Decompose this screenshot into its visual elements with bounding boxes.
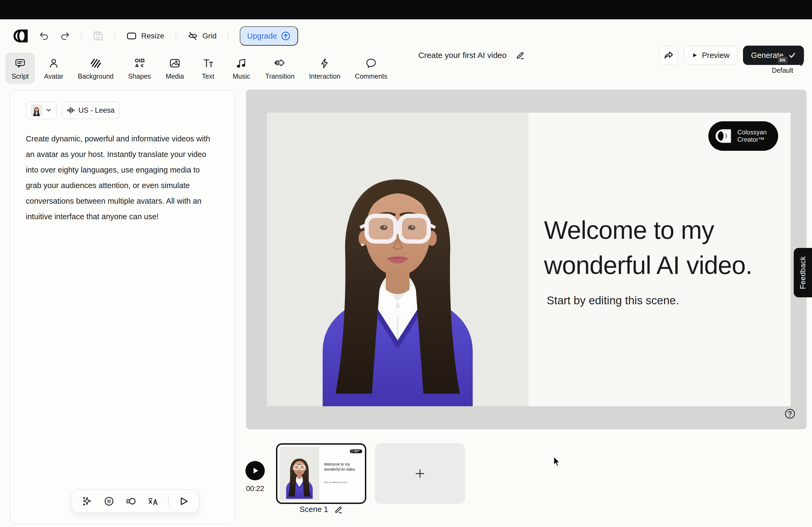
edit-scene-name-button[interactable] [334, 505, 343, 514]
tab-label: Music [233, 73, 250, 80]
tab-label: Background [78, 73, 114, 80]
redo-button[interactable] [58, 29, 73, 43]
scene-avatar[interactable] [267, 113, 528, 406]
play-outline-icon [178, 496, 189, 507]
voice-waveform-icon [67, 106, 76, 115]
tab-label: Transition [265, 73, 294, 80]
app-window: Resize Grid Upgrade [0, 0, 812, 527]
tab-music[interactable]: Music [227, 52, 256, 84]
scene-content: Colossyan Creator™ Welcome to my wonderf… [528, 113, 791, 406]
script-tools-pill [71, 490, 199, 513]
undo-button[interactable] [37, 29, 51, 43]
mouse-cursor [553, 456, 561, 467]
script-icon [14, 57, 26, 69]
text-icon [202, 57, 214, 69]
tab-comments[interactable]: Comments [350, 52, 393, 84]
save-icon [92, 30, 104, 42]
speed-icon [126, 496, 136, 507]
divider [81, 31, 82, 41]
tab-background[interactable]: Background [73, 52, 119, 84]
language-selector[interactable]: EN Default [772, 55, 805, 74]
save-button[interactable] [90, 28, 106, 44]
divider [176, 31, 176, 41]
play-script-button[interactable] [177, 494, 191, 508]
script-panel: US - Leesa Create dynamic, powerful and … [10, 90, 235, 524]
translate-button[interactable] [146, 494, 160, 508]
resize-label: Resize [141, 32, 164, 40]
thumbnail-avatar [279, 447, 319, 500]
tab-text[interactable]: Text [193, 52, 223, 84]
tab-interaction[interactable]: Interaction [304, 52, 346, 84]
tab-transition[interactable]: Transition [260, 52, 300, 84]
speed-button[interactable] [124, 494, 138, 508]
plus-icon [414, 467, 426, 480]
divider [228, 31, 229, 41]
colossyan-mark-icon [714, 128, 733, 144]
scene-frame[interactable]: Colossyan Creator™ Welcome to my wonderf… [267, 113, 791, 406]
avatar-select-chip[interactable] [26, 102, 57, 119]
tab-label: Avatar [44, 73, 63, 80]
tab-label: Script [12, 73, 29, 80]
pause-icon [104, 496, 114, 507]
help-icon [784, 408, 796, 420]
thumbnail-subtext: Start by editing this scene. [324, 481, 364, 483]
upgrade-label: Upgrade [247, 32, 277, 41]
play-icon [251, 467, 259, 475]
undo-icon [38, 30, 49, 42]
language-name: Default [772, 66, 793, 74]
pause-marker-button[interactable] [102, 494, 116, 508]
timeline-play-button[interactable] [245, 461, 265, 480]
thumbnail-brand-logo [350, 450, 362, 453]
video-duration: 00:22 [237, 485, 273, 493]
voice-name: US - Leesa [78, 106, 115, 115]
tab-label: Shapes [128, 73, 151, 80]
toolbar: Resize Grid Upgrade [0, 19, 812, 52]
brand-watermark: Colossyan Creator™ [708, 121, 778, 151]
interaction-icon [319, 57, 331, 69]
edit-pencil-icon [334, 505, 343, 514]
upgrade-icon [281, 31, 291, 41]
thumbnail-headline: Welcome to my wonderful AI video. [324, 462, 364, 472]
grid-toggle-button[interactable]: Grid [185, 31, 219, 41]
tab-label: Comments [355, 73, 388, 80]
feedback-label: Feedback [799, 256, 807, 289]
chevron-down-icon [45, 107, 52, 114]
background-icon [90, 57, 102, 69]
resize-icon [126, 31, 137, 41]
resize-button[interactable]: Resize [124, 31, 167, 41]
svg-text:EN: EN [780, 58, 785, 62]
system-top-bar [0, 0, 812, 19]
feedback-tab[interactable]: Feedback [794, 248, 812, 297]
tab-label: Media [166, 73, 184, 80]
scene-headline[interactable]: Welcome to my wonderful AI video. [544, 212, 752, 283]
tab-label: Interaction [309, 73, 340, 80]
scene-subtext[interactable]: Start by editing this scene. [547, 294, 679, 307]
tab-label: Text [202, 73, 214, 80]
brand-name: Colossyan Creator™ [737, 129, 767, 143]
thumbnail-content: Welcome to my wonderful AI video. Start … [323, 447, 363, 500]
voice-select-chip[interactable]: US - Leesa [62, 102, 119, 119]
tab-script[interactable]: Script [5, 52, 35, 84]
tab-media[interactable]: Media [160, 52, 190, 84]
avatar-thumbnail [31, 104, 42, 116]
ai-assist-button[interactable] [80, 494, 94, 508]
chevron-down-icon [797, 61, 805, 69]
tab-avatar[interactable]: Avatar [39, 52, 69, 84]
music-icon [235, 57, 247, 69]
help-button[interactable] [782, 406, 798, 421]
comments-icon [365, 57, 377, 69]
media-icon [169, 57, 181, 69]
add-scene-button[interactable] [375, 443, 465, 504]
translate-icon [148, 496, 158, 507]
colossyan-logo [13, 28, 30, 44]
grid-label: Grid [202, 32, 217, 40]
tab-shapes[interactable]: Shapes [123, 52, 156, 84]
upgrade-button[interactable]: Upgrade [240, 26, 298, 46]
divider [168, 496, 169, 506]
editor-tabbar: Script Avatar Background [0, 52, 812, 89]
scene-label: Scene 1 [300, 505, 328, 514]
sparkles-icon [82, 496, 92, 507]
scene-1-thumbnail[interactable]: Welcome to my wonderful AI video. Start … [276, 443, 366, 504]
language-flag-badge: EN [777, 55, 788, 65]
script-text-editor[interactable]: Create dynamic, powerful and informative… [26, 131, 217, 224]
